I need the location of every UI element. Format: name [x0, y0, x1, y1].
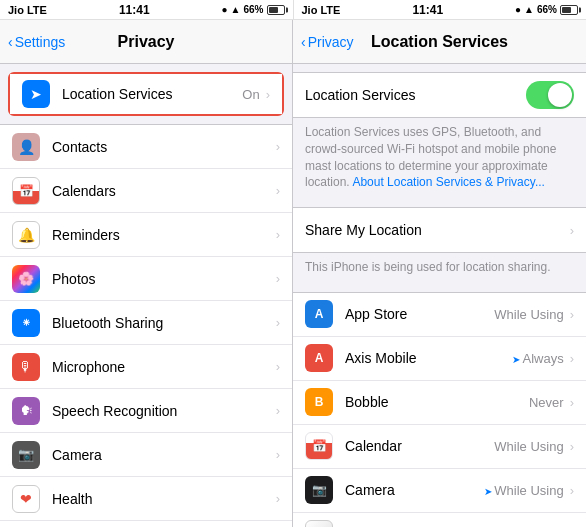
camera-loc-chevron: ›	[570, 483, 574, 498]
bluetooth-item[interactable]: ⁕ Bluetooth Sharing ›	[0, 301, 292, 345]
homekit-item[interactable]: 🏠 HomeKit ›	[0, 521, 292, 527]
location-services-icon: ➤	[22, 80, 50, 108]
microphone-label: Microphone	[52, 359, 276, 375]
appstore-item[interactable]: A App Store While Using ›	[293, 293, 586, 337]
right-battery-icon	[560, 5, 578, 15]
calendar-icon: 📅	[305, 432, 333, 460]
calendars-chevron: ›	[276, 183, 280, 198]
bluetooth-label: Bluetooth Sharing	[52, 315, 276, 331]
reminders-item[interactable]: 🔔 Reminders ›	[0, 213, 292, 257]
left-time: 11:41	[119, 3, 150, 17]
loc-highlighted-container: ➤ Location Services On ›	[0, 72, 292, 116]
health-item[interactable]: ❤ Health ›	[0, 477, 292, 521]
calendar-item[interactable]: 📅 Calendar While Using ›	[293, 425, 586, 469]
location-services-label: Location Services	[62, 86, 242, 102]
bobble-label: Bobble	[345, 394, 529, 410]
location-toggle[interactable]	[526, 81, 574, 109]
bluetooth-icon: ⁕	[12, 309, 40, 337]
location-services-highlighted[interactable]: ➤ Location Services On ›	[8, 72, 284, 116]
bobble-value: Never	[529, 395, 564, 410]
camera-loc-icon: 📷	[305, 476, 333, 504]
right-status-right: ● ▲ 66%	[515, 4, 578, 15]
health-icon: ❤	[12, 485, 40, 513]
contacts-item[interactable]: 👤 Contacts ›	[0, 125, 292, 169]
speech-label: Speech Recognition	[52, 403, 276, 419]
screens: ‹ Settings Privacy ➤ Location Services O…	[0, 20, 586, 527]
appstore-label: App Store	[345, 306, 494, 322]
app-location-list: A App Store While Using › A Axis Mobile …	[293, 292, 586, 527]
microphone-chevron: ›	[276, 359, 280, 374]
camera-arrow-icon: ➤	[484, 486, 495, 497]
microphone-icon: 🎙	[12, 353, 40, 381]
share-location-desc: This iPhone is being used for location s…	[293, 253, 586, 284]
calendar-chevron: ›	[570, 439, 574, 454]
calendars-icon: 📅	[12, 177, 40, 205]
photos-label: Photos	[52, 271, 276, 287]
camera-loc-value: ➤ While Using	[484, 483, 564, 498]
bobble-icon: B	[305, 388, 333, 416]
bobble-chevron: ›	[570, 395, 574, 410]
reminders-icon: 🔔	[12, 221, 40, 249]
loc-toggle-label: Location Services	[305, 87, 526, 103]
left-status-bar: Jio LTE 11:41 ● ▲ 66%	[0, 0, 293, 20]
camera-chevron: ›	[276, 447, 280, 462]
health-chevron: ›	[276, 491, 280, 506]
left-nav-bar: ‹ Settings Privacy	[0, 20, 292, 64]
right-nav-bar: ‹ Privacy Location Services	[293, 20, 586, 64]
microphone-item[interactable]: 🎙 Microphone ›	[0, 345, 292, 389]
axis-value: ➤ Always	[512, 351, 564, 366]
contacts-label: Contacts	[52, 139, 276, 155]
location-services-value: On	[242, 87, 259, 102]
privacy-list: 👤 Contacts › 📅 Calendars › 🔔 Reminders ›…	[0, 124, 292, 527]
privacy-back-button[interactable]: ‹ Privacy	[301, 34, 354, 50]
photos-item[interactable]: 🌸 Photos ›	[0, 257, 292, 301]
location-services-item[interactable]: ➤ Location Services On ›	[10, 74, 282, 114]
left-scroll-area[interactable]: ➤ Location Services On › 👤 Contacts › 📅	[0, 64, 292, 527]
back-label: Settings	[15, 34, 66, 50]
photos-chevron: ›	[276, 271, 280, 286]
left-nav-title: Privacy	[118, 33, 175, 51]
right-nav-title: Location Services	[371, 33, 508, 51]
loc-toggle-item[interactable]: Location Services	[293, 73, 586, 117]
calendars-item[interactable]: 📅 Calendars ›	[0, 169, 292, 213]
left-battery-icon	[267, 5, 285, 15]
camera-item[interactable]: 📷 Camera ›	[0, 433, 292, 477]
left-panel: ‹ Settings Privacy ➤ Location Services O…	[0, 20, 293, 527]
right-time: 11:41	[412, 3, 443, 17]
speech-item[interactable]: 🗣 Speech Recognition ›	[0, 389, 292, 433]
contacts-chevron: ›	[276, 139, 280, 154]
right-scroll-area[interactable]: Location Services Location Services uses…	[293, 64, 586, 527]
right-panel: ‹ Privacy Location Services Location Ser…	[293, 20, 586, 527]
camera-loc-label: Camera	[345, 482, 484, 498]
location-services-chevron: ›	[266, 87, 270, 102]
calendars-label: Calendars	[52, 183, 276, 199]
axis-chevron: ›	[570, 351, 574, 366]
left-status-right: ● ▲ 66%	[222, 4, 285, 15]
axis-label: Axis Mobile	[345, 350, 512, 366]
photos-icon: 🌸	[12, 265, 40, 293]
bobble-item[interactable]: B Bobble Never ›	[293, 381, 586, 425]
appstore-chevron: ›	[570, 307, 574, 322]
status-bars: Jio LTE 11:41 ● ▲ 66% Jio LTE 11:41 ● ▲ …	[0, 0, 586, 20]
loc-about-link[interactable]: About Location Services & Privacy...	[352, 175, 545, 189]
compass-item[interactable]: 🧭 Compass While Using ›	[293, 513, 586, 527]
appstore-value: While Using	[494, 307, 563, 322]
share-location-item[interactable]: Share My Location ›	[293, 208, 586, 252]
chevron-left-icon: ‹	[8, 34, 13, 50]
axis-item[interactable]: A Axis Mobile ➤ Always ›	[293, 337, 586, 381]
compass-icon: 🧭	[305, 520, 333, 527]
settings-back-button[interactable]: ‹ Settings	[8, 34, 65, 50]
share-location-section: Share My Location ›	[293, 207, 586, 253]
right-back-label: Privacy	[308, 34, 354, 50]
camera-icon: 📷	[12, 441, 40, 469]
bluetooth-chevron: ›	[276, 315, 280, 330]
calendar-label: Calendar	[345, 438, 494, 454]
camera-loc-item[interactable]: 📷 Camera ➤ While Using ›	[293, 469, 586, 513]
contacts-icon: 👤	[12, 133, 40, 161]
camera-label: Camera	[52, 447, 276, 463]
chevron-left-icon: ‹	[301, 34, 306, 50]
reminders-label: Reminders	[52, 227, 276, 243]
right-status-bar: Jio LTE 11:41 ● ▲ 66%	[293, 0, 587, 20]
speech-chevron: ›	[276, 403, 280, 418]
left-carrier: Jio LTE	[8, 4, 47, 16]
